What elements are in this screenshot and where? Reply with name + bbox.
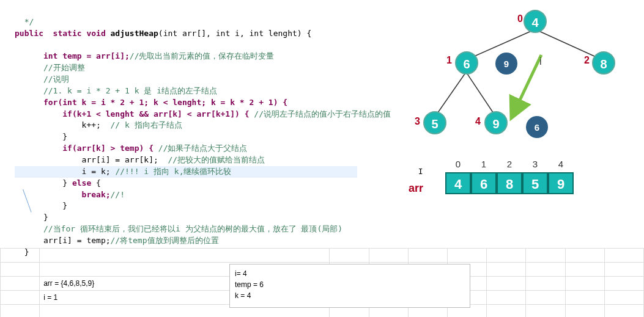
array-cell: 6	[471, 172, 497, 194]
array-index: 3	[522, 159, 548, 169]
array-cell: 9	[548, 172, 574, 194]
tree-node: 4	[524, 10, 547, 33]
node-index: 3	[415, 116, 420, 127]
code-line: (int arr[], int i, int lenght) {	[158, 29, 311, 38]
code-line: public static void	[15, 29, 111, 38]
note-box: i= 4 temp = 6 k = 4	[229, 264, 470, 308]
cell-text: i = 1	[43, 293, 57, 302]
array-cell: 5	[522, 172, 548, 194]
array-index: 1	[471, 159, 497, 169]
ghost-node: 6	[526, 116, 548, 138]
svg-line-3	[466, 72, 495, 116]
node-index: 1	[446, 55, 452, 66]
code-line: {	[91, 178, 101, 188]
comment: //先取出当前元素的值，保存在临时变量	[130, 51, 275, 60]
cell-text: arr = {4,6,8,5,9}	[43, 279, 94, 288]
comment: //!	[111, 190, 125, 199]
code-line: int temp = arr[i];	[15, 51, 130, 60]
comment: //如果子结点大于父结点	[158, 144, 248, 153]
array-cell: 8	[497, 172, 522, 194]
array-cell: 4	[445, 172, 471, 194]
tree-node: 6	[455, 51, 478, 75]
note-line: temp = 6	[235, 279, 465, 290]
i-pointer-label: i	[539, 56, 542, 67]
code-block: */ public static void adjustHeap(int arr…	[0, 0, 379, 263]
comment: //1. k = i * 2 + 1 k 是 i结点的左子结点	[15, 86, 217, 95]
fn-name: adjustHeap	[111, 29, 158, 38]
comment: //当for 循环结束后，我们已经将以i 为父结点的树的最大值，放在了 最顶(局…	[15, 224, 342, 233]
comment: //说明	[15, 75, 69, 84]
comment: //开始调整	[15, 63, 85, 72]
array-label: arr	[409, 182, 423, 195]
tree-node: 8	[592, 51, 615, 75]
code-line: }	[15, 178, 72, 188]
code-line: i = k;	[15, 167, 115, 176]
code-line: */	[15, 17, 34, 26]
node-index: 0	[517, 13, 523, 24]
code-line: k++;	[15, 120, 111, 129]
text-cursor: I	[418, 167, 423, 176]
comment: //!!! i 指向 k,继续循环比较	[115, 167, 231, 176]
code-line: arr[i] = arr[k];	[15, 155, 163, 164]
code-line: break;	[15, 190, 111, 199]
code-line: arr[i] = temp;	[15, 236, 111, 245]
note-line: k = 4	[235, 290, 465, 301]
comment: //将temp值放到调整后的位置	[111, 236, 219, 245]
heap-tree-diagram: 0 4 1 6 9 i 2 8 3 5 4 9 6	[398, 6, 642, 153]
array-index: 4	[548, 159, 574, 169]
svg-line-4	[514, 55, 541, 113]
code-line: }	[15, 132, 67, 141]
note-line: i= 4	[235, 268, 465, 279]
comment: //说明左子结点的值小于右子结点的值	[254, 109, 391, 118]
array-index: 0	[445, 159, 471, 169]
array-index: 2	[497, 159, 522, 169]
comment: //把较大的值赋给当前结点	[163, 155, 265, 164]
comment: // k 指向右子结点	[111, 120, 182, 129]
tree-node: 5	[423, 111, 446, 134]
svg-line-1	[535, 29, 602, 60]
code-line: for(int k = i * 2 + 1; k < lenght; k = k…	[15, 98, 287, 107]
node-index: 2	[584, 55, 590, 66]
tree-node: 9	[484, 111, 508, 134]
code-line: if(arr[k] > temp) {	[15, 144, 158, 153]
svg-line-2	[435, 72, 466, 116]
code-line: else	[72, 178, 91, 188]
node-index: 4	[475, 116, 481, 127]
code-line: if(k+1 < lenght && arr[k] < arr[k+1]) {	[15, 109, 254, 118]
code-line: }	[15, 201, 67, 210]
code-line: }	[15, 213, 48, 222]
ghost-node: 9	[495, 53, 517, 75]
